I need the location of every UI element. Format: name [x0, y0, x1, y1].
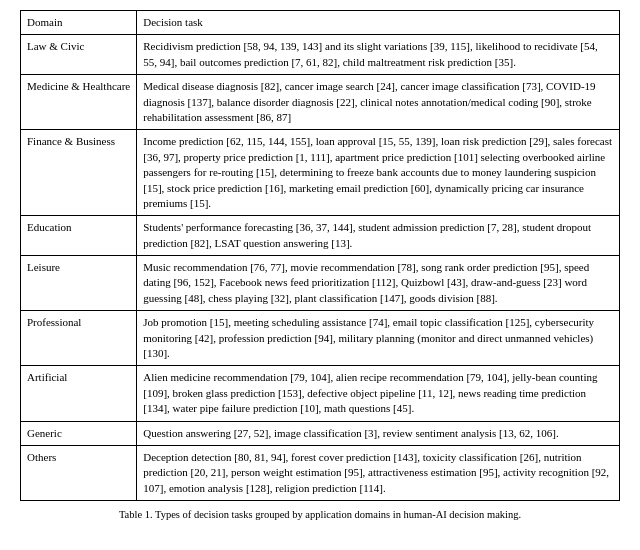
domain-cell: Leisure — [21, 256, 137, 311]
table-caption: Table 1. Types of decision tasks grouped… — [20, 509, 620, 520]
domain-cell: Education — [21, 216, 137, 256]
table-row: EducationStudents' performance forecasti… — [21, 216, 620, 256]
task-cell: Students' performance forecasting [36, 3… — [137, 216, 620, 256]
table-row: ProfessionalJob promotion [15], meeting … — [21, 311, 620, 366]
task-cell: Recidivism prediction [58, 94, 139, 143]… — [137, 35, 620, 75]
task-cell: Medical disease diagnosis [82], cancer i… — [137, 75, 620, 130]
domain-cell: Artificial — [21, 366, 137, 421]
domain-cell: Law & Civic — [21, 35, 137, 75]
task-cell: Deception detection [80, 81, 94], forest… — [137, 445, 620, 500]
table-row: LeisureMusic recommendation [76, 77], mo… — [21, 256, 620, 311]
task-cell: Music recommendation [76, 77], movie rec… — [137, 256, 620, 311]
task-cell: Job promotion [15], meeting scheduling a… — [137, 311, 620, 366]
task-cell: Alien medicine recommendation [79, 104],… — [137, 366, 620, 421]
domain-cell: Generic — [21, 421, 137, 445]
domain-cell: Medicine & Healthcare — [21, 75, 137, 130]
table-row: Law & CivicRecidivism prediction [58, 94… — [21, 35, 620, 75]
domain-cell: Others — [21, 445, 137, 500]
table-row: ArtificialAlien medicine recommendation … — [21, 366, 620, 421]
task-cell: Income prediction [62, 115, 144, 155], l… — [137, 130, 620, 216]
table-row: Finance & BusinessIncome prediction [62,… — [21, 130, 620, 216]
domain-cell: Finance & Business — [21, 130, 137, 216]
header-task: Decision task — [137, 11, 620, 35]
domain-cell: Professional — [21, 311, 137, 366]
header-domain: Domain — [21, 11, 137, 35]
task-cell: Question answering [27, 52], image class… — [137, 421, 620, 445]
table-row: Medicine & HealthcareMedical disease dia… — [21, 75, 620, 130]
table-row: GenericQuestion answering [27, 52], imag… — [21, 421, 620, 445]
table-row: OthersDeception detection [80, 81, 94], … — [21, 445, 620, 500]
main-table: Domain Decision task Law & CivicRecidivi… — [20, 10, 620, 501]
